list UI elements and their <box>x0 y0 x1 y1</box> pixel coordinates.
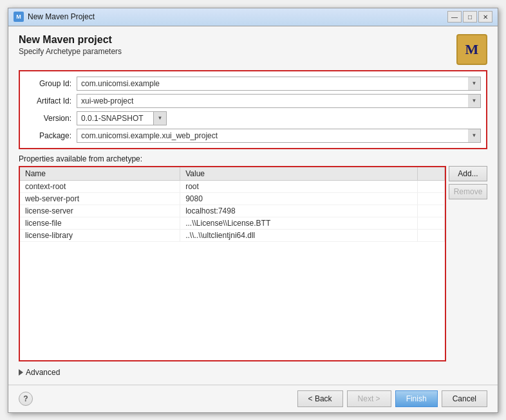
col-name-header: Name <box>20 167 180 181</box>
help-button[interactable]: ? <box>19 392 33 406</box>
content-area: New Maven project Specify Archetype para… <box>8 26 498 385</box>
table-row[interactable]: license-library..\\..\\ultclientjni64.dl… <box>20 229 445 241</box>
property-value-cell: 9080 <box>180 192 418 205</box>
version-row: Version: ▼ <box>25 111 481 125</box>
property-name-cell: web-server-port <box>20 192 180 205</box>
artifact-id-input[interactable] <box>77 94 481 108</box>
property-name-cell: license-server <box>20 205 180 217</box>
archetype-params-section: Group Id: ▼ Artifact Id: ▼ Version: <box>19 70 487 149</box>
group-id-select-wrapper: ▼ <box>77 77 481 91</box>
version-input-group: ▼ <box>77 111 167 125</box>
table-row[interactable]: license-file...\\License\\License.BTT <box>20 217 445 229</box>
properties-table-wrapper: Name Value context-rootrootweb-server-po… <box>19 166 446 361</box>
property-extra-cell <box>417 192 444 205</box>
table-action-buttons: Add... Remove <box>449 166 487 361</box>
version-input[interactable] <box>77 111 154 125</box>
footer-buttons: < Back Next > Finish Cancel <box>297 390 487 407</box>
advanced-toggle[interactable]: Advanced <box>19 368 487 377</box>
main-window: M New Maven Project — □ ✕ New Maven proj… <box>8 8 498 413</box>
table-row[interactable]: web-server-port9080 <box>20 192 445 205</box>
table-row[interactable]: license-serverlocalhost:7498 <box>20 205 445 217</box>
property-name-cell: context-root <box>20 180 180 192</box>
page-title: New Maven project <box>19 34 122 46</box>
artifact-id-dropdown-arrow[interactable]: ▼ <box>468 94 481 108</box>
back-button[interactable]: < Back <box>297 390 343 407</box>
table-header-row: Name Value <box>20 167 445 181</box>
header-text: New Maven project Specify Archetype para… <box>19 34 122 56</box>
header-section: New Maven project Specify Archetype para… <box>19 34 487 65</box>
maven-logo: M <box>456 34 487 65</box>
footer: ? < Back Next > Finish Cancel <box>8 385 498 412</box>
property-value-cell: ..\\..\\ultclientjni64.dll <box>180 229 418 241</box>
artifact-id-label: Artifact Id: <box>25 96 77 105</box>
maximize-button[interactable]: □ <box>463 11 477 23</box>
advanced-label: Advanced <box>26 368 60 377</box>
page-subtitle: Specify Archetype parameters <box>19 47 122 56</box>
window-icon: M <box>14 12 24 22</box>
property-extra-cell <box>417 229 444 241</box>
cancel-button[interactable]: Cancel <box>442 390 487 407</box>
properties-section: Properties available from archetype: Nam… <box>19 154 487 361</box>
artifact-id-row: Artifact Id: ▼ <box>25 94 481 108</box>
properties-content: Name Value context-rootrootweb-server-po… <box>19 166 487 361</box>
artifact-id-select-wrapper: ▼ <box>77 94 481 108</box>
property-value-cell: localhost:7498 <box>180 205 418 217</box>
property-name-cell: license-file <box>20 217 180 229</box>
table-body: context-rootrootweb-server-port9080licen… <box>20 180 445 241</box>
package-dropdown-arrow[interactable]: ▼ <box>468 129 481 143</box>
group-id-row: Group Id: ▼ <box>25 77 481 91</box>
advanced-section: Advanced <box>19 365 487 379</box>
next-button[interactable]: Next > <box>347 390 391 407</box>
property-value-cell: ...\\License\\License.BTT <box>180 217 418 229</box>
table-row[interactable]: context-rootroot <box>20 180 445 192</box>
property-value-cell: root <box>180 180 418 192</box>
version-label: Version: <box>25 114 77 123</box>
advanced-toggle-icon <box>19 369 23 376</box>
minimize-button[interactable]: — <box>447 11 462 23</box>
property-name-cell: license-library <box>20 229 180 241</box>
titlebar-controls: — □ ✕ <box>447 11 492 23</box>
titlebar: M New Maven Project — □ ✕ <box>8 8 498 26</box>
package-select-wrapper: ▼ <box>77 129 481 143</box>
col-extra-header <box>417 167 444 181</box>
window-title: New Maven Project <box>28 12 95 21</box>
titlebar-left: M New Maven Project <box>14 12 95 22</box>
property-extra-cell <box>417 180 444 192</box>
property-extra-cell <box>417 217 444 229</box>
package-input[interactable] <box>77 129 481 143</box>
property-extra-cell <box>417 205 444 217</box>
group-id-label: Group Id: <box>25 79 77 88</box>
footer-left: ? <box>19 392 33 406</box>
table-header: Name Value <box>20 167 445 181</box>
package-row: Package: ▼ <box>25 129 481 143</box>
col-value-header: Value <box>180 167 418 181</box>
group-id-dropdown-arrow[interactable]: ▼ <box>468 77 481 91</box>
group-id-input[interactable] <box>77 77 481 91</box>
close-button[interactable]: ✕ <box>478 11 492 23</box>
version-dropdown-arrow[interactable]: ▼ <box>154 111 167 125</box>
package-label: Package: <box>25 131 77 140</box>
add-property-button[interactable]: Add... <box>449 166 487 181</box>
remove-property-button[interactable]: Remove <box>449 184 487 199</box>
properties-table: Name Value context-rootrootweb-server-po… <box>20 167 445 242</box>
finish-button[interactable]: Finish <box>395 390 438 407</box>
properties-label: Properties available from archetype: <box>19 154 487 163</box>
